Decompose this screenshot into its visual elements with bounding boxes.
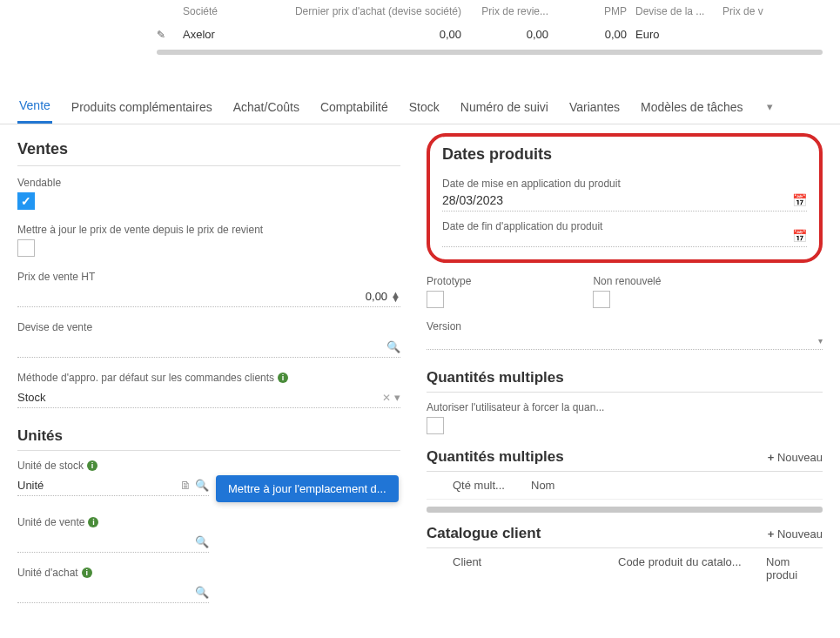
cell-company: Axelor (183, 28, 287, 41)
date-fin-input[interactable] (442, 236, 792, 243)
search-icon[interactable]: 🔍 (386, 340, 400, 353)
info-icon[interactable]: i (82, 567, 92, 578)
col-client: Client (453, 555, 618, 581)
tab-variantes[interactable]: Variantes (568, 91, 622, 123)
tab-modeles-taches[interactable]: Modèles de tâches (639, 91, 745, 123)
autoriser-forcer-label: Autoriser l'utilisateur à forcer la quan… (427, 401, 823, 413)
col-prix-revient: Prix de revie... (470, 5, 557, 17)
top-table-header: Société Dernier prix d'achat (devise soc… (157, 0, 823, 23)
unite-achat-label: Unité d'achat (17, 567, 78, 579)
col-prix-v: Prix de v (722, 5, 823, 17)
dates-produits-highlight: Dates produits Date de mise en applicati… (427, 133, 823, 263)
section-dates-produits: Dates produits (442, 145, 807, 171)
col-dernier-prix: Dernier prix d'achat (devise société) (287, 5, 470, 17)
col-nom-produit: Nom produi (766, 555, 823, 581)
chevron-down-icon[interactable]: ▾ (394, 391, 400, 404)
horizontal-scrollbar[interactable] (427, 507, 823, 513)
date-debut-value[interactable]: 28/03/2023 (442, 193, 792, 207)
col-societe: Société (183, 5, 287, 17)
cell-devise: Euro (635, 28, 722, 41)
search-icon[interactable]: 🔍 (195, 535, 209, 548)
calendar-icon[interactable]: 📅 (792, 193, 807, 207)
tab-overflow-icon[interactable]: ▾ (763, 91, 777, 122)
unite-stock-label: Unité de stock (17, 460, 84, 472)
tab-produits-complementaires[interactable]: Produits complémentaires (70, 91, 214, 123)
unite-vente-label: Unité de vente (17, 516, 84, 528)
col-nom: Nom (531, 479, 823, 492)
date-fin-label: Date de fin d'application du produit (442, 220, 792, 232)
tab-stock[interactable]: Stock (407, 91, 441, 123)
vendable-label: Vendable (17, 177, 400, 189)
tab-numero-suivi[interactable]: Numéro de suivi (459, 91, 550, 123)
edit-icon[interactable]: ✎ (157, 29, 165, 41)
non-renouvele-label: Non renouvelé (593, 275, 661, 287)
clear-icon[interactable]: ✕ (382, 392, 391, 404)
calendar-icon[interactable]: 📅 (792, 229, 807, 243)
autoriser-forcer-checkbox[interactable] (427, 417, 444, 434)
number-stepper-icon[interactable]: ▲▼ (391, 292, 400, 301)
prototype-checkbox[interactable] (427, 291, 444, 308)
section-catalogue-client: Catalogue client (427, 525, 541, 542)
vendable-checkbox[interactable] (17, 192, 35, 210)
prix-vente-ht-value[interactable]: 0,00 (17, 290, 387, 303)
horizontal-scrollbar[interactable] (157, 50, 823, 55)
col-code-produit: Code produit du catalo... (618, 555, 766, 581)
version-label: Version (427, 320, 823, 332)
section-unites: Unités (17, 422, 400, 451)
methode-appro-value[interactable]: Stock (17, 391, 379, 404)
section-quantites-multiples: Quantités multiples (427, 364, 823, 393)
prototype-label: Prototype (427, 275, 471, 287)
cell-price1: 0,00 (287, 28, 470, 41)
search-icon[interactable]: 🔍 (195, 586, 209, 599)
date-debut-label: Date de mise en application du produit (442, 178, 792, 190)
maj-prix-checkbox[interactable] (17, 239, 35, 257)
update-location-button[interactable]: Mettre à jour l'emplacement d... (216, 475, 399, 502)
tab-bar: Vente Produits complémentaires Achat/Coû… (0, 90, 840, 124)
methode-appro-label: Méthode d'appro. par défaut sur les comm… (17, 372, 274, 384)
cell-price2: 0,00 (470, 28, 557, 41)
version-select[interactable]: ▾ (427, 336, 823, 346)
tab-comptabilite[interactable]: Comptabilité (319, 91, 390, 123)
info-icon[interactable]: i (278, 373, 288, 383)
cell-pmp: 0,00 (557, 28, 635, 41)
col-devise: Devise de la ... (635, 5, 722, 17)
col-pmp: PMP (557, 5, 635, 17)
info-icon[interactable]: i (87, 460, 97, 471)
maj-prix-label: Mettre à jour le prix de vente depuis le… (17, 224, 400, 236)
devise-vente-label: Devise de vente (17, 321, 400, 333)
edit-record-icon[interactable]: 🗎 (180, 479, 192, 492)
quantites-multiples-subheader: Quantités multiples (427, 448, 564, 466)
tab-achat-couts[interactable]: Achat/Coûts (232, 91, 301, 123)
nouveau-quantite-button[interactable]: Nouveau (768, 451, 823, 464)
info-icon[interactable]: i (88, 517, 98, 527)
prix-vente-ht-label: Prix de vente HT (17, 271, 400, 283)
table-row[interactable]: ✎ Axelor 0,00 0,00 0,00 Euro (157, 23, 823, 46)
search-icon[interactable]: 🔍 (195, 479, 209, 492)
col-qte-mult: Qté mult... (453, 479, 531, 492)
nouveau-catalogue-button[interactable]: Nouveau (768, 527, 823, 541)
tab-vente[interactable]: Vente (17, 90, 52, 124)
section-ventes: Ventes (17, 133, 400, 166)
unite-stock-value[interactable]: Unité (17, 479, 177, 492)
non-renouvele-checkbox[interactable] (593, 291, 610, 308)
